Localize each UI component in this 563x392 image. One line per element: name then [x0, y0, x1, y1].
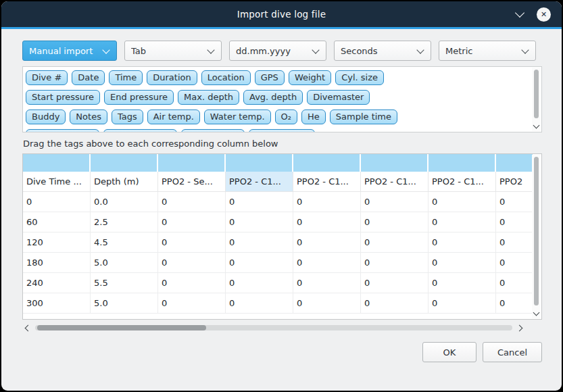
column-header[interactable]: PPO2 - C1...: [293, 172, 361, 192]
chevron-down-icon: [521, 46, 529, 53]
tag-sample-po[interactable]: Sample pO₂: [181, 129, 245, 132]
table-cell: 0: [429, 212, 496, 232]
column-drop-zone[interactable]: [158, 154, 226, 172]
table-cell: 60: [23, 212, 91, 232]
ok-button[interactable]: OK: [422, 342, 476, 362]
column-drop-zone[interactable]: [23, 154, 91, 172]
table-scrollbar-handle[interactable]: [534, 157, 539, 305]
tag-list: Dive #DateTimeDurationLocationGPSWeightC…: [23, 67, 541, 132]
tag-gps[interactable]: GPS: [255, 70, 285, 85]
tags-panel: Dive #DateTimeDurationLocationGPSWeightC…: [22, 66, 542, 132]
table-cell: 5.0: [91, 293, 158, 314]
tag-notes[interactable]: Notes: [70, 109, 107, 124]
table-cell: 0.0: [91, 192, 158, 212]
tag-sample-time[interactable]: Sample time: [330, 109, 397, 124]
tag-divemaster[interactable]: Divemaster: [307, 90, 370, 105]
table-cell: 4.5: [91, 232, 158, 253]
table-cell: 2.5: [91, 212, 158, 232]
import-preview-table: Dive Time ...Depth (m)PPO2 - Se...PPO2 -…: [22, 153, 542, 320]
tag-he[interactable]: He: [301, 109, 326, 124]
tag-dive[interactable]: Dive #: [26, 70, 68, 85]
tag-weight[interactable]: Weight: [289, 70, 331, 85]
column-drop-zone[interactable]: [293, 154, 361, 172]
import-dialog-window: Import dive log file ✕ Manual importTabd…: [1, 1, 562, 391]
tag-cyl-size[interactable]: Cyl. size: [335, 70, 384, 85]
tag-sample-temp[interactable]: Sample temp.: [103, 129, 177, 132]
table-cell: 0: [429, 273, 496, 293]
duration-format-select[interactable]: Seconds: [334, 41, 431, 61]
field-separator-select[interactable]: Tab: [124, 41, 222, 61]
column-drop-zone[interactable]: [429, 154, 496, 172]
dialog-footer: OK Cancel: [22, 342, 542, 362]
tags-scrollbar-handle[interactable]: [534, 70, 539, 118]
tag-air-temp[interactable]: Air temp.: [147, 109, 200, 124]
tag-sample-cns[interactable]: Sample CNS: [249, 129, 315, 132]
table-cell: 0: [226, 293, 293, 314]
table-cell: 0: [158, 212, 226, 232]
table-area: Dive Time ...Depth (m)PPO2 - Se...PPO2 -…: [23, 154, 533, 319]
column-header[interactable]: Dive Time ...: [23, 172, 91, 192]
tags-scrollbar[interactable]: [532, 68, 541, 131]
horizontal-scrollbar-handle[interactable]: [37, 325, 206, 330]
table-cell: 0: [293, 273, 361, 293]
tag-avg-depth[interactable]: Avg. depth: [243, 90, 303, 105]
table-cell: 0: [293, 232, 361, 253]
tag-time[interactable]: Time: [109, 70, 143, 85]
column-header[interactable]: PPO2 - Se...: [158, 172, 226, 192]
units-select[interactable]: Metric: [439, 41, 536, 61]
chevron-down-icon: [416, 46, 424, 53]
tag-sample-depth[interactable]: Sample depth: [26, 129, 99, 132]
table-cell: 0: [361, 293, 429, 314]
table-cell: 0: [293, 293, 361, 314]
scroll-right-icon[interactable]: [516, 324, 523, 331]
cancel-button[interactable]: Cancel: [483, 342, 542, 362]
table-cell: 0: [496, 293, 533, 314]
table-cell: 180: [23, 253, 91, 273]
window-close-button[interactable]: ✕: [537, 7, 551, 22]
window-title: Import dive log file: [1, 1, 562, 27]
table-cell: 0: [293, 192, 361, 212]
window-shade-chevron-down-icon[interactable]: [515, 7, 524, 17]
tag-tags[interactable]: Tags: [112, 109, 143, 124]
table-cell: 0: [158, 192, 226, 212]
column-header[interactable]: PPO2: [496, 172, 533, 192]
horizontal-scrollbar[interactable]: [22, 322, 523, 333]
column-header[interactable]: Depth (m): [91, 172, 158, 192]
table-cell: 5.5: [91, 273, 158, 293]
combo-value: Metric: [445, 46, 518, 56]
table-row: 00.0000000: [23, 192, 533, 212]
titlebar-buttons: ✕: [516, 1, 551, 27]
instruction-text: Drag the tags above to each correspondin…: [23, 139, 542, 149]
close-icon: ✕: [541, 11, 547, 18]
table-cell: 0: [361, 232, 429, 253]
column-drop-zone[interactable]: [226, 154, 293, 172]
table-row: 602.5000000: [23, 212, 533, 232]
table-cell: 0: [496, 232, 533, 253]
tag-buddy[interactable]: Buddy: [26, 109, 66, 124]
column-header[interactable]: PPO2 - C1...: [429, 172, 496, 192]
tag-duration[interactable]: Duration: [147, 70, 197, 85]
column-drop-zone[interactable]: [361, 154, 429, 172]
column-drop-zone[interactable]: [91, 154, 158, 172]
tag-water-temp[interactable]: Water temp.: [204, 109, 271, 124]
table-cell: 0: [293, 253, 361, 273]
titlebar[interactable]: Import dive log file ✕: [1, 1, 562, 27]
chevron-down-icon: [207, 46, 214, 53]
tag-o[interactable]: O₂: [275, 109, 297, 124]
tags-scroll-down-icon[interactable]: [533, 122, 540, 129]
date-format-select[interactable]: dd.mm.yyyy: [229, 41, 326, 61]
scroll-left-icon[interactable]: [25, 324, 32, 331]
column-drop-zone[interactable]: [496, 154, 533, 172]
column-header[interactable]: PPO2 - C1...: [226, 172, 293, 192]
tag-max-depth[interactable]: Max. depth: [178, 90, 239, 105]
tag-end-pressure[interactable]: End pressure: [104, 90, 174, 105]
tag-start-pressure[interactable]: Start pressure: [26, 90, 100, 105]
tag-date[interactable]: Date: [72, 70, 105, 85]
table-scroll-down-icon[interactable]: [533, 310, 540, 316]
table-scrollbar[interactable]: [532, 155, 541, 318]
column-header[interactable]: PPO2 - C1...: [361, 172, 429, 192]
tag-location[interactable]: Location: [201, 70, 251, 85]
horizontal-scrollbar-track[interactable]: [35, 325, 512, 330]
import-type-select[interactable]: Manual import: [22, 41, 117, 61]
table-cell: 0: [158, 232, 226, 253]
